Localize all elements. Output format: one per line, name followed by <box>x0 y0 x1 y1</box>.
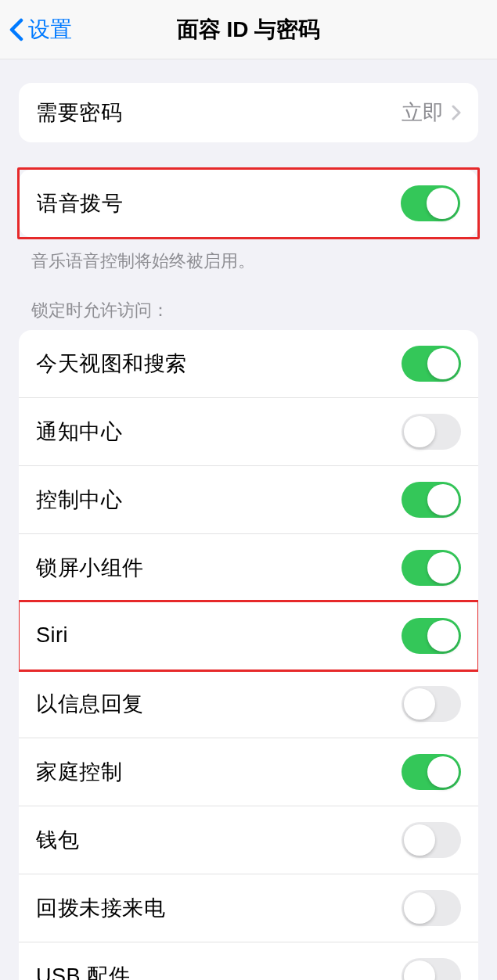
lockscreen-item-label: 控制中心 <box>36 486 122 514</box>
lockscreen-item-label: 钱包 <box>36 826 79 854</box>
navigation-bar: 设置 面容 ID 与密码 <box>0 0 497 59</box>
page-title: 面容 ID 与密码 <box>0 15 497 45</box>
lockscreen-item-switch[interactable] <box>402 958 461 980</box>
lockscreen-item-label: Siri <box>36 623 68 648</box>
lockscreen-item-row: 以信息回复 <box>19 670 478 738</box>
voice-dial-footer: 音乐语音控制将始终被启用。 <box>0 239 497 274</box>
lockscreen-item-label: 今天视图和搜索 <box>36 350 187 378</box>
lockscreen-item-switch[interactable] <box>402 346 461 382</box>
lockscreen-item-switch[interactable] <box>402 754 461 790</box>
lockscreen-item-row: 回拨未接来电 <box>19 874 478 942</box>
lockscreen-item-row: 家庭控制 <box>19 738 478 806</box>
require-passcode-value: 立即 <box>402 99 444 127</box>
lockscreen-item-row: USB 配件 <box>19 942 478 980</box>
lockscreen-item-row: 控制中心 <box>19 466 478 534</box>
lockscreen-item-label: USB 配件 <box>36 962 130 980</box>
voice-dial-row: 语音拨号 <box>20 170 477 237</box>
voice-dial-highlight: 语音拨号 <box>17 167 480 239</box>
lockscreen-item-switch[interactable] <box>402 890 461 926</box>
require-passcode-label: 需要密码 <box>36 99 122 127</box>
lockscreen-section-header: 锁定时允许访问： <box>0 299 497 330</box>
lockscreen-item-label: 锁屏小组件 <box>36 554 144 582</box>
chevron-right-icon <box>452 105 461 120</box>
lockscreen-item-switch[interactable] <box>402 482 461 518</box>
lockscreen-item-row: 通知中心 <box>19 398 478 466</box>
voice-dial-label: 语音拨号 <box>37 189 123 217</box>
lockscreen-item-label: 以信息回复 <box>36 690 144 718</box>
lockscreen-access-list: 今天视图和搜索通知中心控制中心锁屏小组件Siri以信息回复家庭控制钱包回拨未接来… <box>19 330 478 980</box>
lockscreen-item-label: 回拨未接来电 <box>36 894 165 922</box>
back-label: 设置 <box>28 15 72 45</box>
back-button[interactable]: 设置 <box>0 15 72 45</box>
lockscreen-item-row: 今天视图和搜索 <box>19 330 478 398</box>
lockscreen-item-switch[interactable] <box>402 550 461 586</box>
lockscreen-item-switch[interactable] <box>402 686 461 722</box>
lockscreen-item-row: 钱包 <box>19 806 478 874</box>
lockscreen-item-row: Siri <box>19 602 478 670</box>
chevron-left-icon <box>9 18 23 41</box>
lockscreen-item-label: 通知中心 <box>36 418 122 446</box>
lockscreen-item-switch[interactable] <box>402 822 461 858</box>
lockscreen-item-row: 锁屏小组件 <box>19 534 478 602</box>
lockscreen-item-switch[interactable] <box>402 414 461 450</box>
content: 需要密码 立即 语音拨号 音乐语音控制将始终被启用。 <box>0 83 497 980</box>
voice-dial-switch[interactable] <box>401 185 460 221</box>
lockscreen-item-label: 家庭控制 <box>36 758 122 786</box>
require-passcode-row[interactable]: 需要密码 立即 <box>19 83 478 142</box>
lockscreen-item-switch[interactable] <box>402 618 461 654</box>
